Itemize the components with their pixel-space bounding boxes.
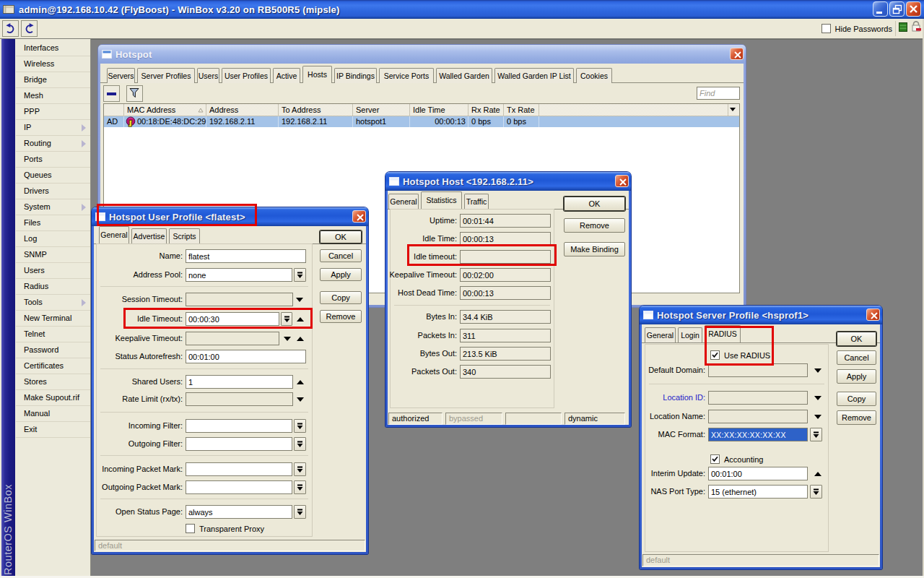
tab-general[interactable]: General [388,194,419,209]
sidebar-item-telnet[interactable]: Telnet [16,327,90,342]
sidebar-item-drivers[interactable]: Drivers [16,184,90,199]
address-pool-dropdown-button[interactable] [294,268,306,282]
tab-user-profiles[interactable]: User Profiles [222,68,271,83]
transparent-proxy-checkbox[interactable] [186,524,195,533]
sidebar-item-interfaces[interactable]: Interfaces [16,40,90,56]
filter-button[interactable] [126,85,143,102]
sidebar-item-manual[interactable]: Manual [16,406,90,422]
tab-cookies[interactable]: Cookies [576,68,612,83]
tab-server-profiles[interactable]: Server Profiles [137,68,195,83]
rate-limit-expand-icon[interactable] [297,397,304,402]
incoming-filter-dropdown-button[interactable] [294,419,306,433]
tab-users[interactable]: Users [197,68,219,83]
status-autorefresh-input[interactable] [186,350,306,363]
hotspot-close-button[interactable] [730,48,744,60]
open-status-page-dropdown-button[interactable] [294,505,306,519]
nas-port-type-dropdown-button[interactable] [810,485,822,499]
restore-button[interactable] [889,1,905,17]
sp-ok-button[interactable]: OK [837,332,876,346]
sp-copy-button[interactable]: Copy [837,392,876,406]
sidebar-item-ports[interactable]: Ports [16,152,90,168]
sidebar-item-snmp[interactable]: SNMP [16,247,90,263]
sidebar-item-password[interactable]: Password [16,342,90,358]
sp-remove-button[interactable]: Remove [837,410,876,425]
sidebar-item-routing[interactable]: Routing [16,136,90,152]
tab-statistics[interactable]: Statistics [421,191,462,209]
interim-update-collapse-icon[interactable] [814,472,821,476]
tab-hosts[interactable]: Hosts [302,66,332,83]
host-remove-button[interactable]: Remove [564,218,625,233]
keepalive-timeout-input[interactable] [186,332,279,345]
sidebar-item-bridge[interactable]: Bridge [16,72,90,88]
col-rx-rate[interactable]: Rx Rate [468,104,504,116]
outgoing-packet-mark-input[interactable] [186,480,292,494]
sidebar-item-queues[interactable]: Queues [16,168,90,184]
outgoing-packet-mark-dropdown-button[interactable] [294,480,306,494]
sidebar-item-tools[interactable]: Tools [16,295,90,311]
redo-button[interactable] [21,20,38,37]
incoming-filter-input[interactable] [186,419,292,433]
undo-button[interactable] [2,20,19,37]
col-tx-rate[interactable]: Tx Rate [504,104,539,116]
sidebar-item-ip[interactable]: IP [16,120,90,136]
col-to-address[interactable]: To Address [279,104,353,116]
col-address[interactable]: Address [206,104,279,116]
host-ok-button[interactable]: OK [564,197,625,211]
server-profile-titlebar[interactable]: Hotspot Server Profile <hsprof1> [640,306,882,324]
host-titlebar[interactable]: Hotspot Host <192.168.2.11> [385,172,631,191]
hide-passwords-checkbox[interactable] [821,24,831,33]
tab-general[interactable]: General [99,226,129,243]
user-profile-close-button[interactable] [352,210,366,223]
find-input[interactable] [697,87,740,100]
sidebar-item-radius[interactable]: Radius [16,279,90,295]
session-timeout-input[interactable] [186,293,293,306]
tab-service-ports[interactable]: Service Ports [379,68,434,83]
tab-walled-garden-ip-list[interactable]: Walled Garden IP List [494,68,574,83]
close-button[interactable] [906,1,921,17]
sidebar-item-make-supout-rif[interactable]: Make Supout.rif [16,390,90,406]
tab-login[interactable]: Login [678,327,702,342]
rate-limit-input[interactable] [186,392,293,406]
sidebar-item-mesh[interactable]: Mesh [16,88,90,104]
location-name-expand-icon[interactable] [814,415,821,419]
accounting-checkbox[interactable] [710,454,720,464]
interim-update-input[interactable] [708,467,808,480]
up-cancel-button[interactable]: Cancel [320,249,362,262]
location-id-input[interactable] [708,391,808,405]
tab-traffic[interactable]: Traffic [464,194,489,209]
sidebar-item-ppp[interactable]: PPP [16,104,90,120]
up-remove-button[interactable]: Remove [320,310,362,323]
minimize-button[interactable] [873,1,888,17]
host-close-button[interactable] [615,175,629,187]
outgoing-filter-dropdown-button[interactable] [294,437,306,451]
host-row[interactable]: AD 00:18:DE:48:DC:29 192.168.2.11 192.16… [104,116,739,127]
sidebar-item-users[interactable]: Users [16,263,90,279]
keepalive-timeout-expand-icon[interactable] [284,337,291,341]
sidebar-item-log[interactable]: Log [16,231,90,247]
incoming-packet-mark-input[interactable] [186,462,292,476]
sidebar-item-system[interactable]: System [16,199,90,215]
col-flags[interactable] [104,104,124,116]
tab-general[interactable]: General [645,327,676,342]
incoming-packet-mark-dropdown-button[interactable] [294,462,306,476]
tab-advertise[interactable]: Advertise [131,228,167,243]
sidebar-item-new-terminal[interactable]: New Terminal [16,311,90,327]
mac-format-dropdown-button[interactable] [810,428,822,441]
shared-users-input[interactable] [186,375,293,389]
col-idle-time[interactable]: Idle Time [410,104,468,116]
open-status-page-input[interactable] [186,505,292,519]
name-input[interactable] [186,249,306,263]
up-copy-button[interactable]: Copy [320,291,362,304]
nas-port-type-input[interactable] [708,485,808,499]
sp-cancel-button[interactable]: Cancel [837,350,876,365]
sidebar-item-certificates[interactable]: Certificates [16,358,90,374]
shared-users-collapse-icon[interactable] [297,380,304,384]
tab-walled-garden[interactable]: Walled Garden [436,68,492,83]
sp-apply-button[interactable]: Apply [837,369,876,384]
host-make-binding-button[interactable]: Make Binding [564,242,625,256]
sidebar-item-wireless[interactable]: Wireless [16,56,90,72]
remove-row-button[interactable] [103,85,120,102]
tab-ip-bindings[interactable]: IP Bindings [334,68,377,83]
sidebar-item-exit[interactable]: Exit [16,422,90,438]
up-ok-button[interactable]: OK [320,230,362,243]
